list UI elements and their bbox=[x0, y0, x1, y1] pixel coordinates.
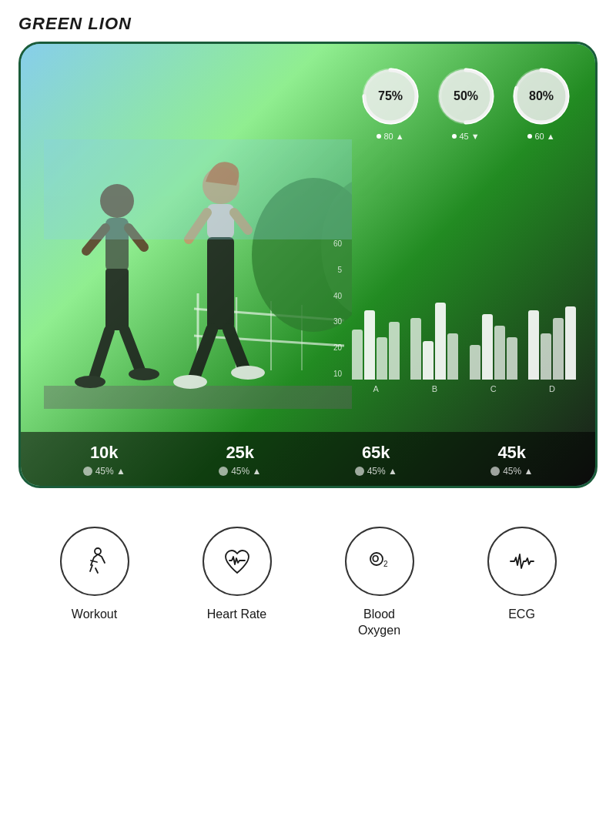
bar bbox=[389, 322, 400, 380]
chart-group-d: D bbox=[524, 256, 580, 393]
chart-group-c: C bbox=[466, 256, 521, 393]
circle-label-2: 45 ▼ bbox=[452, 132, 479, 141]
overlay: 75% 80 ▲ 50% 4 bbox=[21, 44, 595, 486]
stat-pct-1: 45% ▲ bbox=[95, 466, 126, 477]
bar bbox=[541, 333, 551, 380]
stat-value-2: 25k bbox=[226, 443, 254, 463]
stat-10k: 10k 45% ▲ bbox=[83, 443, 126, 477]
heart-rate-label: Heart Rate bbox=[207, 607, 266, 623]
bar bbox=[423, 341, 434, 380]
stat-value-4: 45k bbox=[497, 443, 526, 463]
bar bbox=[482, 314, 493, 380]
svg-text:O: O bbox=[372, 554, 379, 564]
blood-oxygen-icon-circle: 2 O bbox=[345, 527, 414, 596]
chart-groups: A B bbox=[348, 239, 580, 393]
blood-oxygen-label: BloodOxygen bbox=[358, 607, 400, 639]
circle-progress-3: 80% bbox=[511, 65, 572, 127]
circle-widget-3: 80% 60 ▲ bbox=[511, 65, 572, 141]
stat-65k: 65k 45% ▲ bbox=[355, 443, 397, 477]
stat-25k: 25k 45% ▲ bbox=[219, 443, 261, 477]
stats-row: 10k 45% ▲ 25k 45% ▲ 65k 45% ▲ bbox=[21, 432, 595, 486]
bar bbox=[553, 318, 564, 380]
stat-pct-2: 45% ▲ bbox=[231, 466, 261, 477]
circle-widget-1: 75% 80 ▲ bbox=[360, 65, 421, 141]
header: GREEN LiON bbox=[0, 0, 616, 42]
circle-label-1: 80 ▲ bbox=[377, 132, 403, 141]
bar bbox=[447, 333, 458, 380]
stat-45k: 45k 45% ▲ bbox=[490, 443, 533, 477]
bar bbox=[470, 345, 480, 380]
workout-icon-circle bbox=[60, 527, 129, 596]
circle-progress-2: 50% bbox=[435, 65, 497, 127]
circle-value-2: 50% bbox=[439, 69, 493, 123]
feature-workout[interactable]: Workout bbox=[49, 527, 141, 623]
bar bbox=[528, 310, 539, 380]
feature-ecg[interactable]: ECG bbox=[476, 527, 568, 623]
bar bbox=[410, 318, 421, 380]
circle-progress-1: 75% bbox=[360, 65, 421, 127]
workout-label: Workout bbox=[72, 607, 117, 623]
features-section: Workout Heart Rate 2 O BloodOxygen bbox=[0, 511, 616, 662]
circle-value-1: 75% bbox=[363, 69, 417, 123]
chart-group-a: A bbox=[348, 256, 403, 393]
bar bbox=[565, 306, 576, 380]
heart-rate-icon bbox=[219, 544, 255, 579]
bar bbox=[377, 337, 387, 380]
bar bbox=[435, 303, 446, 380]
circle-widget-2: 50% 45 ▼ bbox=[435, 65, 497, 141]
bar bbox=[364, 310, 375, 380]
chart-group-b: B bbox=[407, 256, 462, 393]
stat-pct-4: 45% ▲ bbox=[503, 466, 533, 477]
stat-pct-3: 45% ▲ bbox=[367, 466, 397, 477]
ecg-label: ECG bbox=[508, 607, 535, 623]
circle-label-3: 60 ▲ bbox=[527, 132, 554, 141]
stat-value-3: 65k bbox=[362, 443, 390, 463]
bar-chart: 60 5 40 30 20 10 A bbox=[333, 239, 580, 393]
blood-oxygen-icon: 2 O bbox=[362, 544, 397, 579]
brand-logo: GREEN LiON bbox=[18, 14, 132, 33]
svg-point-34 bbox=[95, 548, 101, 554]
feature-blood-oxygen[interactable]: 2 O BloodOxygen bbox=[333, 527, 426, 639]
bar bbox=[352, 330, 363, 380]
stat-value-1: 10k bbox=[90, 443, 119, 463]
circle-value-3: 80% bbox=[514, 69, 568, 123]
heart-rate-icon-circle bbox=[203, 527, 272, 596]
main-image-card: 75% 80 ▲ 50% 4 bbox=[18, 42, 598, 488]
circles-row: 75% 80 ▲ 50% 4 bbox=[360, 65, 572, 141]
workout-icon bbox=[77, 544, 112, 579]
bar bbox=[494, 326, 505, 380]
svg-text:2: 2 bbox=[383, 560, 388, 568]
chart-y-axis: 60 5 40 30 20 10 bbox=[333, 239, 342, 393]
ecg-icon-circle bbox=[487, 527, 557, 596]
bar bbox=[507, 337, 517, 380]
ecg-icon bbox=[504, 544, 540, 579]
feature-heart-rate[interactable]: Heart Rate bbox=[191, 527, 283, 623]
